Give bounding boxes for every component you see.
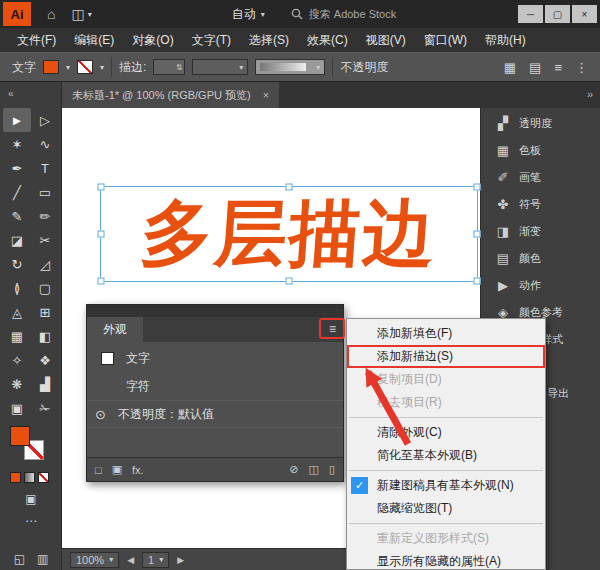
next-artboard-icon[interactable]: ▶ <box>177 555 184 565</box>
visibility-eye-icon[interactable]: ⊙ <box>95 407 106 422</box>
scale-tool[interactable]: ◿ <box>31 252 59 276</box>
gradient-mode-icon[interactable] <box>24 472 35 483</box>
panel-button-transparency[interactable]: ▞透明度 <box>481 110 600 137</box>
rectangle-tool[interactable]: ▭ <box>31 180 59 204</box>
mesh-tool[interactable]: ▦ <box>3 324 31 348</box>
none-mode-icon[interactable] <box>38 472 49 483</box>
selection-handle[interactable] <box>474 278 481 285</box>
shape-builder-tool[interactable]: ◬ <box>3 300 31 324</box>
menu-select[interactable]: 选择(S) <box>240 32 298 49</box>
selection-bounding-box[interactable] <box>100 186 478 282</box>
delete-selected-item-icon[interactable]: ▯ <box>329 463 335 476</box>
gradient-tool[interactable]: ◧ <box>31 324 59 348</box>
panel-button-color[interactable]: ▤颜色 <box>481 245 600 272</box>
tab-appearance[interactable]: 外观 <box>87 317 143 342</box>
workspace-switcher[interactable]: ◫ ▾ <box>71 6 91 22</box>
paintbrush-tool[interactable]: ✎ <box>3 204 31 228</box>
menu-item-hide-thumbnail[interactable]: 隐藏缩览图(T) <box>347 497 545 520</box>
rotate-tool[interactable]: ↻ <box>3 252 31 276</box>
zoom-dropdown[interactable]: 100% ▾ <box>70 552 119 568</box>
type-tool[interactable]: T <box>31 156 59 180</box>
drawing-mode-icon[interactable]: ▣ <box>25 492 36 506</box>
width-profile-dropdown[interactable]: ▾ <box>255 59 325 75</box>
screen-mode-icon[interactable]: ◱ <box>14 552 25 566</box>
selection-handle[interactable] <box>286 278 293 285</box>
more-icon[interactable]: ⋮ <box>575 60 588 75</box>
align-icon[interactable]: ▦ <box>504 60 516 75</box>
add-new-stroke-icon[interactable]: □ <box>95 464 102 476</box>
panel-grip[interactable] <box>87 305 343 317</box>
panel-button-gradient[interactable]: ◨渐变 <box>481 218 600 245</box>
width-tool[interactable]: ≬ <box>3 276 31 300</box>
collapse-panels-icon[interactable]: » <box>587 88 593 100</box>
selection-handle[interactable] <box>98 278 105 285</box>
panel-button-swatches[interactable]: ▦色板 <box>481 137 600 164</box>
artboard-navigation[interactable]: 1 ▾ <box>142 552 169 568</box>
menu-type[interactable]: 文字(T) <box>183 32 240 49</box>
menu-object[interactable]: 对象(O) <box>123 32 182 49</box>
direct-selection-tool[interactable]: ▷ <box>31 108 59 132</box>
document-tab[interactable]: 未标题-1* @ 100% (RGB/GPU 预览) × <box>62 82 279 108</box>
eyedropper-tool[interactable]: ✧ <box>3 348 31 372</box>
restore-button[interactable]: ▢ <box>545 5 570 23</box>
eraser-tool[interactable]: ◪ <box>3 228 31 252</box>
clear-appearance-icon[interactable]: ⊘ <box>289 463 298 476</box>
close-tab-icon[interactable]: × <box>263 89 269 101</box>
close-button[interactable]: × <box>572 5 597 23</box>
selection-handle[interactable] <box>98 184 105 191</box>
selection-handle[interactable] <box>286 184 293 191</box>
menu-item-new-art-has-basic-appearance[interactable]: ✓新建图稿具有基本外观(N) <box>347 474 545 497</box>
options-icon[interactable]: ≡ <box>554 60 562 75</box>
appearance-row-type[interactable]: 文字 <box>87 344 343 372</box>
menu-edit[interactable]: 编辑(E) <box>65 32 123 49</box>
menu-effect[interactable]: 效果(C) <box>298 32 357 49</box>
color-mode-icon[interactable] <box>10 472 21 483</box>
pen-tool[interactable]: ✒ <box>3 156 31 180</box>
adobe-stock-search[interactable]: 搜索 Adobe Stock <box>291 7 396 22</box>
add-new-fill-icon[interactable]: ▣ <box>112 463 122 476</box>
appearance-row-opacity[interactable]: ⊙ 不透明度：默认值 <box>87 400 343 428</box>
line-segment-tool[interactable]: ╱ <box>3 180 31 204</box>
menu-file[interactable]: 文件(F) <box>8 32 65 49</box>
add-new-effect-icon[interactable]: fx. <box>132 464 144 476</box>
selection-tool[interactable]: ► <box>3 108 31 132</box>
chevron-down-icon[interactable]: ▾ <box>100 63 104 72</box>
app-logo[interactable]: Ai <box>3 2 31 26</box>
transform-icon[interactable]: ▤ <box>529 60 541 75</box>
menu-help[interactable]: 帮助(H) <box>476 32 535 49</box>
auto-dropdown[interactable]: 自动 ▾ <box>232 6 265 23</box>
fill-swatch[interactable] <box>10 426 30 446</box>
fill-color-swatch[interactable] <box>43 60 59 74</box>
slice-tool[interactable]: ✁ <box>31 396 59 420</box>
menu-window[interactable]: 窗口(W) <box>415 32 476 49</box>
minimize-button[interactable]: ─ <box>518 5 543 23</box>
pencil-tool[interactable]: ✏ <box>31 204 59 228</box>
free-transform-tool[interactable]: ▢ <box>31 276 59 300</box>
menu-item-show-all-hidden-attributes[interactable]: 显示所有隐藏的属性(A) <box>347 550 545 570</box>
edit-toolbar-icon[interactable]: ⋯ <box>25 514 37 528</box>
column-graph-tool[interactable]: ▟ <box>31 372 59 396</box>
appearance-row-characters[interactable]: 字符 <box>87 372 343 400</box>
artboard-nav-icon[interactable]: ▥ <box>37 552 48 566</box>
collapse-toolbar-icon[interactable]: « <box>8 88 14 99</box>
menu-item-add-new-fill[interactable]: 添加新填色(F) <box>347 322 545 345</box>
stroke-color-swatch[interactable] <box>77 60 93 74</box>
selection-handle[interactable] <box>474 184 481 191</box>
selection-handle[interactable] <box>98 231 105 238</box>
artboard-tool[interactable]: ▣ <box>3 396 31 420</box>
lasso-tool[interactable]: ∿ <box>31 132 59 156</box>
perspective-grid-tool[interactable]: ⊞ <box>31 300 59 324</box>
selection-handle[interactable] <box>474 231 481 238</box>
blend-tool[interactable]: ❖ <box>31 348 59 372</box>
panel-button-actions[interactable]: ▶动作 <box>481 272 600 299</box>
chevron-down-icon[interactable]: ▾ <box>66 63 70 72</box>
scissors-tool[interactable]: ✂ <box>31 228 59 252</box>
magic-wand-tool[interactable]: ✶ <box>3 132 31 156</box>
panel-button-brushes[interactable]: ✐画笔 <box>481 164 600 191</box>
previous-artboard-icon[interactable]: ◀ <box>127 555 134 565</box>
stroke-weight-stepper[interactable]: ⇅ <box>153 59 185 75</box>
menu-view[interactable]: 视图(V) <box>357 32 415 49</box>
symbol-sprayer-tool[interactable]: ❋ <box>3 372 31 396</box>
stroke-options-dropdown[interactable]: ▾ <box>192 59 248 75</box>
panel-button-symbols[interactable]: ✤符号 <box>481 191 600 218</box>
